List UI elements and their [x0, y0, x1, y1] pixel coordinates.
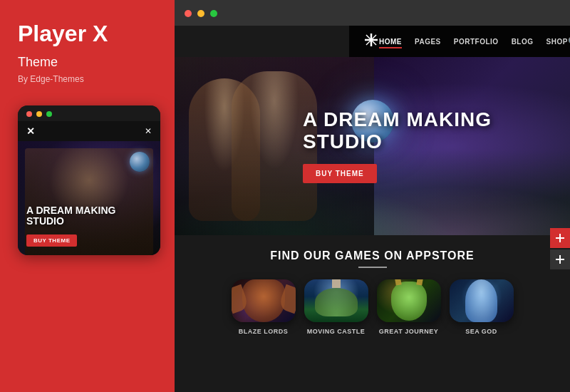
- left-panel: Player X Theme By Edge-Themes ✕ ✕ A DREA…: [0, 0, 175, 392]
- mobile-buy-button[interactable]: BUY THEME: [26, 234, 77, 247]
- mobile-hero: A DREAM MAKING STUDIO BUY THEME: [18, 141, 160, 255]
- games-section: FIND OUR GAMES ON APPSTORE BLAZE LORDS: [175, 235, 570, 392]
- nav-link-blog[interactable]: BLOG: [512, 38, 534, 46]
- journey-creature: [391, 282, 427, 321]
- seagod-figure: [465, 279, 497, 322]
- games-section-title: FIND OUR GAMES ON APPSTORE: [189, 249, 556, 262]
- browser-content: A DREAM MAKING STUDIO BUY THEME FIND OUR…: [175, 26, 570, 392]
- mobile-dot-red: [26, 111, 32, 117]
- mobile-dot-green: [46, 111, 52, 117]
- game-thumb-castle[interactable]: [304, 279, 368, 322]
- mobile-menu-icon: ✕: [145, 126, 152, 136]
- dragon-wing-right: [277, 284, 295, 314]
- game-name-journey: GREAT JOURNEY: [379, 328, 438, 335]
- mobile-logo-icon: ✕: [26, 125, 35, 137]
- game-card-seagod: SEA GOD: [450, 279, 514, 335]
- game-name-seagod: SEA GOD: [465, 328, 497, 335]
- site-nav-links: HOME PAGES PORTFOLIO BLOG SHOP: [379, 38, 568, 46]
- dragon-wing-left: [232, 284, 249, 314]
- game-thumb-journey[interactable]: [377, 279, 441, 322]
- mobile-hero-title: A DREAM MAKING STUDIO: [26, 205, 152, 227]
- dragon-shape: [242, 279, 285, 322]
- creature-horn-right: [416, 279, 424, 285]
- nav-link-pages[interactable]: PAGES: [415, 38, 441, 46]
- games-section-divider: [358, 267, 387, 268]
- browser-dot-red: [185, 10, 192, 17]
- browser-dot-green: [210, 10, 217, 17]
- right-panel: HOME PAGES PORTFOLIO BLOG SHOP 🔍 ⛶ A DRE…: [175, 0, 570, 392]
- site-logo: [363, 32, 379, 51]
- mobile-browser-chrome: [18, 105, 160, 121]
- nav-link-portfolio[interactable]: PORTFOLIO: [454, 38, 499, 46]
- games-grid: BLAZE LORDS MOVING CASTLE: [189, 279, 556, 335]
- edge-button-dark[interactable]: [550, 249, 570, 269]
- theme-info: Player X Theme By Edge-Themes: [18, 21, 160, 84]
- mobile-hero-content: A DREAM MAKING STUDIO BUY THEME: [26, 205, 152, 247]
- svg-rect-5: [559, 234, 561, 242]
- creature-horn-left: [393, 279, 401, 285]
- game-card-castle: MOVING CASTLE: [304, 279, 368, 335]
- browser-dot-yellow: [197, 10, 204, 17]
- mobile-dot-yellow: [36, 111, 42, 117]
- hero-title: A DREAM MAKING STUDIO: [303, 109, 570, 153]
- game-name-castle: MOVING CASTLE: [307, 328, 366, 335]
- game-thumb-seagod[interactable]: [450, 279, 514, 322]
- game-card-blaze: BLAZE LORDS: [232, 279, 296, 335]
- mobile-nav: ✕ ✕: [18, 121, 160, 141]
- theme-by: By Edge-Themes: [18, 74, 160, 84]
- castle-tower: [332, 279, 341, 288]
- nav-link-shop[interactable]: SHOP: [546, 38, 568, 46]
- mobile-preview: ✕ ✕ A DREAM MAKING STUDIO BUY THEME: [18, 105, 160, 255]
- game-name-blaze: BLAZE LORDS: [239, 328, 289, 335]
- browser-chrome: [175, 0, 570, 26]
- game-card-journey: GREAT JOURNEY: [377, 279, 441, 335]
- edge-buttons: [550, 228, 570, 269]
- site-nav: HOME PAGES PORTFOLIO BLOG SHOP 🔍 ⛶: [349, 26, 570, 57]
- hero-content: A DREAM MAKING STUDIO BUY THEME: [303, 109, 570, 184]
- site-hero: A DREAM MAKING STUDIO BUY THEME: [175, 57, 570, 235]
- svg-rect-7: [559, 255, 561, 264]
- game-thumb-blaze[interactable]: [232, 279, 296, 322]
- nav-link-home[interactable]: HOME: [379, 38, 402, 46]
- edge-button-red[interactable]: [550, 228, 570, 248]
- theme-title: Player X Theme: [18, 21, 160, 71]
- castle-island: [315, 288, 358, 316]
- hero-cta-button[interactable]: BUY THEME: [303, 164, 377, 183]
